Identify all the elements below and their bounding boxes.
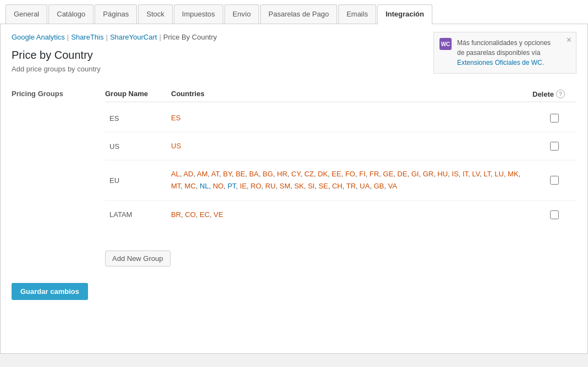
table-row: LATAMBR, CO, EC, VE bbox=[105, 201, 576, 229]
delete-checkbox-input-1[interactable] bbox=[550, 142, 559, 151]
country-link[interactable]: LU bbox=[494, 170, 504, 178]
tab-stock[interactable]: Stock bbox=[138, 4, 173, 24]
wc-notice: WC × Más funcionalidades y opciones de p… bbox=[433, 32, 576, 74]
table-row: ESES bbox=[105, 104, 576, 132]
tabs-bar: GeneralCatálogoPáginasStockImpuestosEnví… bbox=[0, 0, 588, 24]
col-group-name: Group Name bbox=[105, 90, 171, 98]
country-link[interactable]: FI bbox=[359, 170, 366, 178]
table-row: EUAL, AD, AM, AT, BY, BE, BA, BG, HR, CY… bbox=[105, 160, 576, 201]
country-link[interactable]: DE bbox=[397, 170, 407, 178]
group-name-2: EU bbox=[105, 176, 171, 185]
add-new-group-button[interactable]: Add New Group bbox=[105, 251, 171, 266]
country-link[interactable]: SM bbox=[279, 182, 290, 190]
country-link[interactable]: SI bbox=[308, 182, 315, 190]
country-link[interactable]: HU bbox=[437, 170, 448, 178]
country-link[interactable]: FO bbox=[345, 170, 355, 178]
breadcrumb-current: Price By Country bbox=[163, 33, 217, 41]
pricing-table: Group Name Countries Delete ? ESESUSUSEU… bbox=[105, 86, 576, 266]
delete-checkbox-input-2[interactable] bbox=[550, 176, 559, 185]
close-notice-button[interactable]: × bbox=[567, 36, 571, 45]
country-link[interactable]: NO bbox=[213, 182, 224, 190]
country-link[interactable]: CZ bbox=[304, 170, 314, 178]
pricing-groups-section: Pricing Groups Group Name Countries Dele… bbox=[12, 86, 576, 266]
country-link[interactable]: IT bbox=[463, 170, 468, 178]
country-link[interactable]: GI bbox=[411, 170, 419, 178]
tab-general[interactable]: General bbox=[6, 4, 47, 24]
country-link[interactable]: MK bbox=[508, 170, 519, 178]
country-link[interactable]: GB bbox=[373, 182, 384, 190]
country-link[interactable]: FR bbox=[370, 170, 379, 178]
delete-checkbox-2 bbox=[532, 176, 576, 185]
country-link[interactable]: RO bbox=[251, 182, 262, 190]
country-link[interactable]: US bbox=[171, 142, 181, 150]
group-name-3: LATAM bbox=[105, 210, 171, 219]
breadcrumb-separator: | bbox=[67, 33, 69, 41]
col-countries: Countries bbox=[171, 90, 532, 98]
country-link[interactable]: MT bbox=[171, 182, 180, 190]
country-link[interactable]: BY bbox=[223, 170, 232, 178]
country-link[interactable]: AM bbox=[197, 170, 208, 178]
breadcrumb-separator: | bbox=[106, 33, 107, 41]
section-label: Pricing Groups bbox=[12, 86, 89, 98]
save-button[interactable]: Guardar cambios bbox=[12, 283, 88, 300]
country-link[interactable]: TR bbox=[347, 182, 356, 190]
group-name-1: US bbox=[105, 142, 171, 151]
delete-help-icon[interactable]: ? bbox=[556, 90, 565, 98]
col-delete: Delete ? bbox=[532, 90, 576, 98]
country-link[interactable]: BG bbox=[263, 170, 273, 178]
country-link[interactable]: PT bbox=[228, 182, 236, 190]
country-link[interactable]: CY bbox=[292, 170, 300, 178]
country-link[interactable]: SK bbox=[294, 182, 304, 190]
breadcrumb-link-2[interactable]: ShareYourCart bbox=[110, 33, 157, 41]
tab-emails[interactable]: Emails bbox=[338, 4, 376, 24]
country-link[interactable]: UA bbox=[360, 182, 370, 190]
country-link[interactable]: GE bbox=[383, 170, 393, 178]
notice-text: Más funcionalidades y opciones de pasare… bbox=[457, 39, 551, 57]
countries-0: ES bbox=[171, 112, 532, 124]
countries-2: AL, AD, AM, AT, BY, BE, BA, BG, HR, CY, … bbox=[171, 168, 532, 192]
table-row: USUS bbox=[105, 132, 576, 160]
wc-icon: WC bbox=[439, 38, 452, 50]
countries-1: US bbox=[171, 140, 532, 152]
tab-integracion[interactable]: Integración bbox=[377, 4, 432, 24]
delete-checkbox-input-0[interactable] bbox=[550, 114, 559, 123]
tab-pasarelas[interactable]: Pasarelas de Pago bbox=[260, 4, 337, 24]
country-link[interactable]: NL bbox=[200, 182, 209, 190]
breadcrumb-separator: | bbox=[159, 33, 161, 41]
group-name-0: ES bbox=[105, 114, 171, 123]
country-link[interactable]: CO bbox=[185, 210, 196, 219]
table-header: Group Name Countries Delete ? bbox=[105, 86, 576, 102]
country-link[interactable]: VE bbox=[213, 210, 223, 219]
country-link[interactable]: BE bbox=[235, 170, 245, 178]
country-link[interactable]: BR bbox=[171, 210, 181, 219]
country-link[interactable]: RU bbox=[265, 182, 276, 190]
delete-checkbox-3 bbox=[532, 210, 576, 219]
country-link[interactable]: SE bbox=[318, 182, 328, 190]
country-link[interactable]: LT bbox=[483, 170, 491, 178]
tab-paginas[interactable]: Páginas bbox=[95, 4, 137, 24]
breadcrumb-link-1[interactable]: ShareThis bbox=[71, 33, 103, 41]
country-link[interactable]: AL bbox=[171, 170, 180, 178]
country-link[interactable]: VA bbox=[388, 182, 397, 190]
notice-link[interactable]: Extensiones Oficiales de WC. bbox=[457, 59, 544, 66]
country-link[interactable]: EC bbox=[200, 210, 210, 219]
country-link[interactable]: MC bbox=[185, 182, 196, 190]
country-link[interactable]: IE bbox=[240, 182, 246, 190]
country-link[interactable]: HR bbox=[277, 170, 288, 178]
breadcrumb-link-0[interactable]: Google Analytics bbox=[12, 33, 65, 41]
delete-checkbox-input-3[interactable] bbox=[550, 210, 559, 219]
country-link[interactable]: LV bbox=[472, 170, 480, 178]
tab-envio[interactable]: Envío bbox=[224, 4, 259, 24]
country-link[interactable]: ES bbox=[171, 114, 180, 122]
country-link[interactable]: DK bbox=[318, 170, 328, 178]
tab-impuestos[interactable]: Impuestos bbox=[174, 4, 223, 24]
table-rows-container: ESESUSUSEUAL, AD, AM, AT, BY, BE, BA, BG… bbox=[105, 104, 576, 228]
country-link[interactable]: EE bbox=[332, 170, 341, 178]
country-link[interactable]: BA bbox=[249, 170, 259, 178]
tab-catalogo[interactable]: Catálogo bbox=[48, 4, 94, 24]
country-link[interactable]: GR bbox=[423, 170, 434, 178]
country-link[interactable]: AT bbox=[211, 170, 219, 178]
country-link[interactable]: CH bbox=[332, 182, 343, 190]
country-link[interactable]: IS bbox=[452, 170, 458, 178]
country-link[interactable]: AD bbox=[183, 170, 193, 178]
